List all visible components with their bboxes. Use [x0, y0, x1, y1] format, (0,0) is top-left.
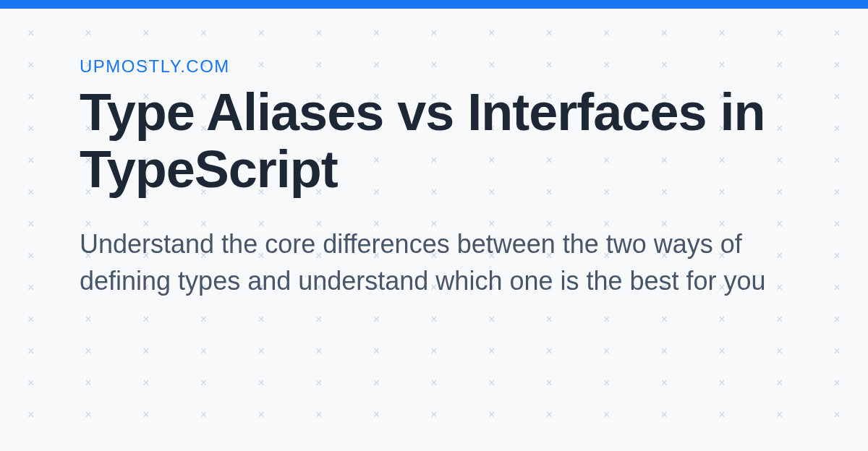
content-area: UPMOSTLY.COM Type Aliases vs Interfaces … [80, 56, 788, 300]
page-title: Type Aliases vs Interfaces in TypeScript [80, 84, 788, 198]
page-description: Understand the core differences between … [80, 226, 788, 299]
site-name: UPMOSTLY.COM [80, 56, 788, 77]
accent-bar [0, 0, 868, 9]
